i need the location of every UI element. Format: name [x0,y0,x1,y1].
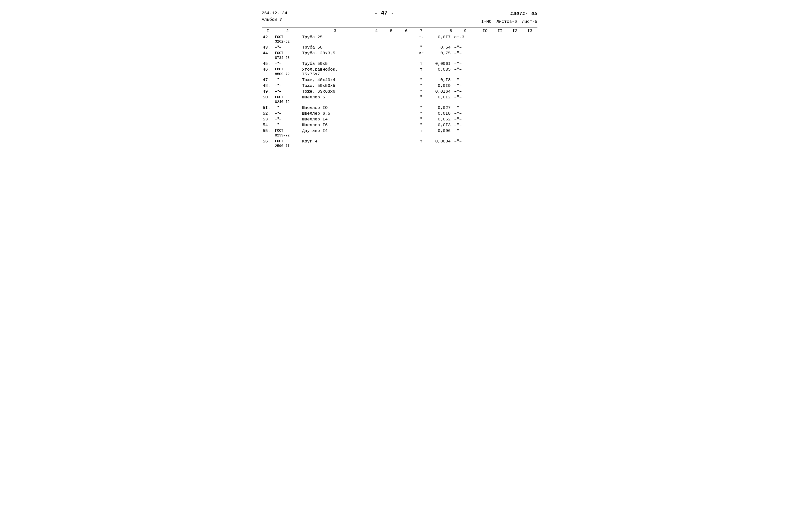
row-14-col-2: ГОСТ8239–72 [274,128,301,138]
row-13-col-9: –"– [453,122,477,128]
row-11-col-12 [507,111,522,116]
row-2-col-5 [384,44,399,50]
row-3-col-3: Труба. 20х3,5 [301,50,369,61]
row-10-col-4 [369,105,384,111]
table-row: 56.ГОСТ2590–7IКруг 4т0,0004–"– [262,138,538,149]
row-2-col-12 [507,44,522,50]
row-15-col-4 [369,138,384,149]
col-header-7: 7 [414,28,429,34]
row-8-col-4 [369,89,384,94]
row-13-col-6 [399,122,414,128]
row-8-col-3: Тоже, 63х63х6 [301,89,369,94]
row-15-col-1: 56. [262,138,274,149]
row-4-col-13 [522,61,538,66]
row-4-col-12 [507,61,522,66]
col-header-13: I3 [522,28,538,34]
row-6-col-7: " [414,77,429,83]
row-9-col-8: 0,0I2 [429,94,453,105]
row-11-col-10 [477,111,493,116]
row-10-col-1: 5I. [262,105,274,111]
row-3-col-7: кг [414,50,429,61]
row-10-col-5 [384,105,399,111]
row-12-col-11 [493,116,508,122]
col-header-11: II [493,28,508,34]
row-9-col-4 [369,94,384,105]
row-3-col-1: 44. [262,50,274,61]
row-5-col-5 [384,66,399,77]
row-13-col-5 [384,122,399,128]
row-10-col-6 [399,105,414,111]
row-9-col-5 [384,94,399,105]
row-13-col-3: Швеллер I6 [301,122,369,128]
row-14-col-10 [477,128,493,138]
row-14-col-6 [399,128,414,138]
col-header-9: 9 [453,28,477,34]
row-4-col-4 [369,61,384,66]
row-11-col-13 [522,111,538,116]
table-row: 45.–"–Труба 50х5т0,006I–"– [262,61,538,66]
row-12-col-7: " [414,116,429,122]
row-2-col-8: 0,54 [429,44,453,50]
row-13-col-11 [493,122,508,128]
row-9-col-11 [493,94,508,105]
row-8-col-2: –"– [274,89,301,94]
row-11-col-4 [369,111,384,116]
row-3-col-2: ГОСТ8734–58 [274,50,301,61]
row-10-col-7: " [414,105,429,111]
row-8-col-7: " [414,89,429,94]
row-5-col-12 [507,66,522,77]
row-14-col-11 [493,128,508,138]
row-1-col-10 [477,34,493,45]
row-15-col-9: –"– [453,138,477,149]
row-13-col-10 [477,122,493,128]
row-4-col-11 [493,61,508,66]
column-header-row: I 2 3 4 5 6 7 8 9 IO II I2 I3 [262,28,538,34]
row-8-col-6 [399,89,414,94]
row-12-col-3: Швеллер I4 [301,116,369,122]
row-1-col-13 [522,34,538,45]
row-5-col-4 [369,66,384,77]
row-15-col-12 [507,138,522,149]
row-5-col-7: т [414,66,429,77]
row-8-col-9: –"– [453,89,477,94]
row-11-col-6 [399,111,414,116]
row-7-col-9: –"– [453,83,477,89]
header-left: 264-12-134 Альбом У [262,10,287,23]
row-7-col-6 [399,83,414,89]
row-9-col-6 [399,94,414,105]
row-3-col-4 [369,50,384,61]
row-13-col-8: 0,CI3 [429,122,453,128]
row-14-col-13 [522,128,538,138]
table-row: 43.–"–Труба 50"0,54–"– [262,44,538,50]
row-6-col-2: –"– [274,77,301,83]
doc-ref: 13071· 05 [481,10,538,18]
row-13-col-13 [522,122,538,128]
row-5-col-3: Угол.равнобок.75х75х7 [301,66,369,77]
table-row: 50.ГОСТ8240–72Швеллер 5"0,0I2–"– [262,94,538,105]
page: 264-12-134 Альбом У - 47 - 13071· 05 I-М… [262,10,538,149]
row-15-col-10 [477,138,493,149]
row-13-col-12 [507,122,522,128]
row-6-col-8: 0,I8 [429,77,453,83]
row-2-col-2: –"– [274,44,301,50]
row-15-col-6 [399,138,414,149]
header-right: 13071· 05 I-МО Листов-6 Лист-5 [481,10,538,25]
row-11-col-1: 52. [262,111,274,116]
album-label: Альбом У [262,17,287,23]
row-4-col-7: т [414,61,429,66]
row-7-col-3: Тоже, 50х50х5 [301,83,369,89]
row-8-col-13 [522,89,538,94]
row-7-col-2: –"– [274,83,301,89]
row-9-col-13 [522,94,538,105]
row-1-col-1: 42. [262,34,274,45]
col-header-3: 3 [301,28,369,34]
row-11-col-9: –"– [453,111,477,116]
row-15-col-8: 0,0004 [429,138,453,149]
row-2-col-4 [369,44,384,50]
row-8-col-5 [384,89,399,94]
row-13-col-7: " [414,122,429,128]
row-9-col-1: 50. [262,94,274,105]
row-7-col-1: 48. [262,83,274,89]
row-3-col-9: –"– [453,50,477,61]
row-6-col-1: 47. [262,77,274,83]
